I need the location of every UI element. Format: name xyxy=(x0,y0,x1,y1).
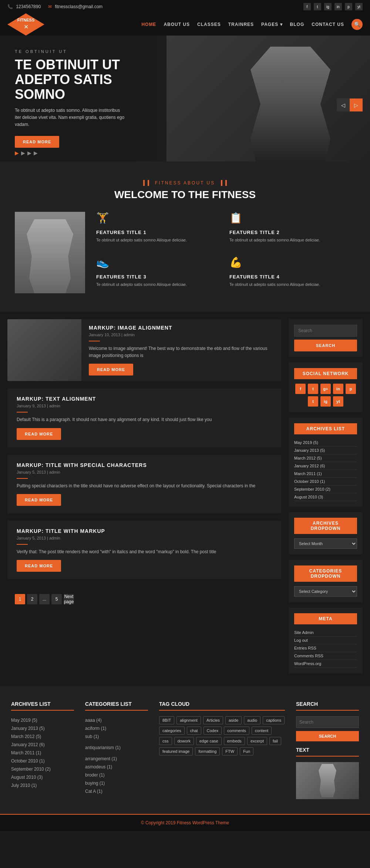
next-page-button[interactable]: Next page xyxy=(64,594,74,604)
fb-btn[interactable]: f xyxy=(295,384,306,394)
tag-edge-case[interactable]: edge case xyxy=(196,737,222,745)
tw-btn[interactable]: t xyxy=(308,384,318,394)
instagram-icon[interactable]: ig xyxy=(324,3,332,10)
youtube-icon[interactable]: yt xyxy=(355,3,363,10)
next-slide-button[interactable]: ▷ xyxy=(350,99,363,111)
list-item[interactable]: October 2010 (1) xyxy=(11,757,74,765)
meta-logout[interactable]: Log out xyxy=(294,637,357,644)
list-item[interactable]: January 2013 (5) xyxy=(11,724,74,732)
logo[interactable]: FITNESS ✕ xyxy=(7,13,44,36)
page-5-button[interactable]: 5 xyxy=(51,594,62,604)
archive-item[interactable]: May 2019 (5) xyxy=(294,439,357,447)
li-btn[interactable]: in xyxy=(333,384,343,394)
list-item[interactable]: May 2019 (5) xyxy=(11,716,74,724)
twitter-icon[interactable]: t xyxy=(314,3,321,10)
footer-text-preview xyxy=(296,762,359,799)
tag-aside[interactable]: aside xyxy=(225,716,242,724)
categories-dropdown[interactable]: Select Category xyxy=(294,586,357,597)
tag-codex[interactable]: Codex xyxy=(204,727,222,735)
tag-audio[interactable]: audio xyxy=(244,716,260,724)
tag-excerpt[interactable]: excerpt xyxy=(247,737,267,745)
archive-item[interactable]: January 2013 (5) xyxy=(294,447,357,454)
tag-embeds[interactable]: embeds xyxy=(224,737,245,745)
archives-dropdown[interactable]: Select Month xyxy=(294,538,357,549)
tag-comments[interactable]: comments xyxy=(224,727,249,735)
nav-about[interactable]: ABOUT US xyxy=(164,22,190,27)
list-item[interactable]: antiquarianism (1) xyxy=(85,744,148,752)
archive-item[interactable]: August 2010 (3) xyxy=(294,493,357,501)
read-more-4[interactable]: READ MORE xyxy=(17,560,61,572)
tu-btn[interactable]: t xyxy=(308,396,318,407)
tag-articles[interactable]: Articles xyxy=(203,716,223,724)
footer-search-input[interactable] xyxy=(296,716,359,728)
pinterest-icon[interactable]: p xyxy=(345,3,352,10)
list-item[interactable]: arrangement (1) xyxy=(85,755,148,763)
meta-site-admin[interactable]: Site Admin xyxy=(294,629,357,637)
post-title-1: MARKUP: IMAGE ALIGNMENT xyxy=(89,325,274,331)
nav-trainers[interactable]: TRAINRES xyxy=(228,22,254,27)
tag-captions[interactable]: captions xyxy=(263,716,285,724)
list-item[interactable] xyxy=(85,752,148,755)
read-more-2[interactable]: READ MORE xyxy=(17,428,61,440)
read-more-1[interactable]: READ MORE xyxy=(89,364,133,375)
post-author-3: admin xyxy=(49,470,60,474)
tag-featured-image[interactable]: featured image xyxy=(159,747,193,755)
list-item[interactable]: Cat A (1) xyxy=(85,787,148,795)
list-item[interactable]: aciform (1) xyxy=(85,724,148,732)
tag-ftw[interactable]: FTW xyxy=(222,747,238,755)
archive-item[interactable]: March 2012 (5) xyxy=(294,454,357,462)
nav-search-button[interactable]: 🔍 xyxy=(352,19,363,30)
nav-home[interactable]: HOME xyxy=(141,22,156,27)
pi-btn[interactable]: p xyxy=(346,384,356,394)
read-more-3[interactable]: READ MORE xyxy=(17,494,61,506)
list-item[interactable]: March 2011 (1) xyxy=(11,749,74,757)
nav-blog[interactable]: BLOG xyxy=(290,22,305,27)
tag-alignment[interactable]: alignment xyxy=(176,716,201,724)
gplus-btn[interactable]: g+ xyxy=(320,384,331,394)
tag-formatting[interactable]: formatting xyxy=(195,747,220,755)
archives-list: May 2019 (5) January 2013 (5) March 2012… xyxy=(294,439,357,501)
list-item[interactable]: July 2010 (1) xyxy=(11,781,74,789)
nav-contact[interactable]: CONTACT US xyxy=(312,22,344,27)
tag-fail[interactable]: fail xyxy=(269,737,281,745)
archive-item[interactable]: October 2010 (1) xyxy=(294,478,357,485)
archive-item[interactable]: January 2012 (6) xyxy=(294,462,357,470)
tag-dowork[interactable]: dowork xyxy=(174,737,194,745)
list-item[interactable]: August 2010 (3) xyxy=(11,773,74,781)
tag-8bit[interactable]: 8BIT xyxy=(159,716,174,724)
meta-entries-rss[interactable]: Entries RSS xyxy=(294,644,357,652)
post-date-2: January 9, 2013 xyxy=(17,404,46,408)
nav-classes[interactable]: CLASSES xyxy=(197,22,221,27)
list-item[interactable]: buying (1) xyxy=(85,779,148,787)
list-item[interactable]: September 2010 (2) xyxy=(11,765,74,773)
list-item[interactable] xyxy=(85,741,148,744)
footer-search-button[interactable]: SEARCH xyxy=(296,731,359,741)
list-item[interactable]: March 2012 (5) xyxy=(11,732,74,741)
meta-wordpress[interactable]: WordPress.org xyxy=(294,660,357,668)
tag-chat[interactable]: chat xyxy=(187,727,201,735)
list-item[interactable]: broder (1) xyxy=(85,771,148,779)
list-item[interactable]: January 2012 (6) xyxy=(11,741,74,749)
list-item[interactable]: sub (1) xyxy=(85,732,148,741)
page-1-button[interactable]: 1 xyxy=(15,594,25,604)
tag-css[interactable]: css xyxy=(159,737,172,745)
prev-slide-button[interactable]: ◁ xyxy=(337,99,350,111)
page-2-button[interactable]: 2 xyxy=(27,594,37,604)
sidebar-search-button[interactable]: SEARCH xyxy=(294,340,357,351)
nav-pages[interactable]: PAGES ▾ xyxy=(261,22,282,27)
archive-item[interactable]: September 2010 (2) xyxy=(294,485,357,493)
tag-content[interactable]: content xyxy=(252,727,272,735)
sidebar-search-input[interactable] xyxy=(294,325,357,337)
list-item[interactable]: asmodeus (1) xyxy=(85,763,148,771)
archive-item[interactable]: March 2011 (1) xyxy=(294,470,357,478)
facebook-icon[interactable]: f xyxy=(303,3,311,10)
linkedin-icon[interactable]: in xyxy=(334,3,342,10)
text-athlete-shape xyxy=(316,764,339,797)
tag-fun[interactable]: Fun xyxy=(240,747,253,755)
meta-comments-rss[interactable]: Comments RSS xyxy=(294,652,357,660)
hero-cta-button[interactable]: READ MORE xyxy=(15,136,59,148)
ig-btn[interactable]: ig xyxy=(320,396,331,407)
tag-categories[interactable]: categories xyxy=(159,727,185,735)
list-item[interactable]: aaaa (4) xyxy=(85,716,148,724)
yt-btn[interactable]: yt xyxy=(333,396,343,407)
